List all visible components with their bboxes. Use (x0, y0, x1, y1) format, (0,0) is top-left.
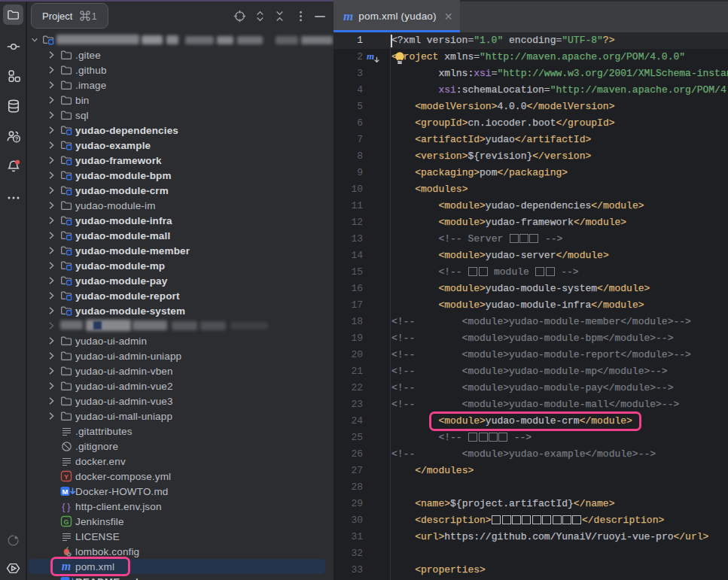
svg-text:M: M (62, 487, 68, 496)
svg-text:Y: Y (64, 473, 69, 481)
svg-text:?: ? (14, 135, 18, 142)
svg-text:G: G (63, 518, 69, 526)
svg-text:{ }: { } (62, 502, 70, 512)
